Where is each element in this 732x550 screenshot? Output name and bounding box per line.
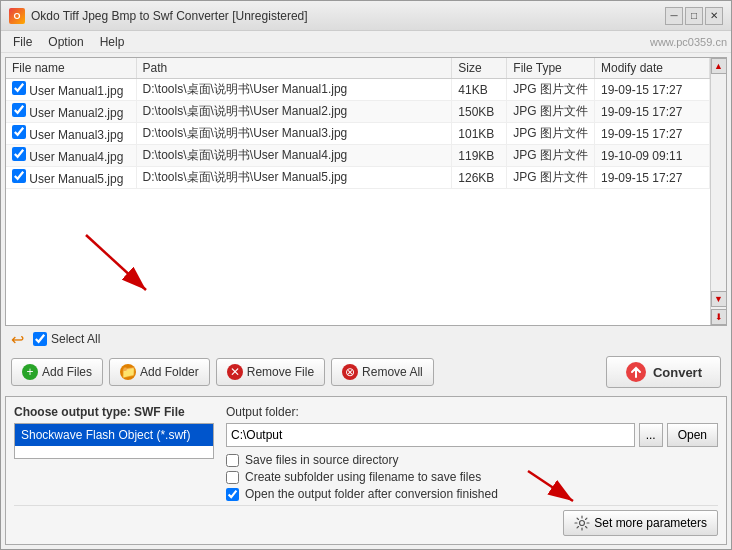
convert-icon xyxy=(625,361,647,383)
bottom-panel-top: Choose output type: SWF File Shockwave F… xyxy=(14,405,718,501)
cell-filetype: JPG 图片文件 xyxy=(507,79,595,101)
cell-modify: 19-09-15 17:27 xyxy=(595,123,710,145)
add-files-icon: + xyxy=(22,364,38,380)
bottom-panel-full: Choose output type: SWF File Shockwave F… xyxy=(14,405,718,536)
maximize-button[interactable]: □ xyxy=(685,7,703,25)
row-checkbox[interactable] xyxy=(12,81,26,95)
cell-modify: 19-09-15 17:27 xyxy=(595,101,710,123)
title-bar-left: O Okdo Tiff Jpeg Bmp to Swf Converter [U… xyxy=(9,8,308,24)
main-window: O Okdo Tiff Jpeg Bmp to Swf Converter [U… xyxy=(0,0,732,550)
set-params-label: Set more parameters xyxy=(594,516,707,530)
table-row: User Manual4.jpg D:\tools\桌面\说明书\User Ma… xyxy=(6,145,710,167)
options-section: Save files in source directory Create su… xyxy=(226,453,718,501)
back-icon: ↩ xyxy=(11,330,29,348)
cell-path: D:\tools\桌面\说明书\User Manual3.jpg xyxy=(136,123,452,145)
option-label-1: Save files in source directory xyxy=(245,453,398,467)
add-folder-icon: 📁 xyxy=(120,364,136,380)
col-header-modify: Modify date xyxy=(595,58,710,79)
table-row: User Manual3.jpg D:\tools\桌面\说明书\User Ma… xyxy=(6,123,710,145)
remove-file-button[interactable]: ✕ Remove File xyxy=(216,358,325,386)
minimize-button[interactable]: ─ xyxy=(665,7,683,25)
bottom-panel-bottom: Set more parameters xyxy=(14,505,718,536)
file-table-container[interactable]: File name Path Size File Type Modify dat… xyxy=(6,58,710,325)
window-title: Okdo Tiff Jpeg Bmp to Swf Converter [Unr… xyxy=(31,9,308,23)
col-header-path: Path xyxy=(136,58,452,79)
cell-filename: User Manual4.jpg xyxy=(6,145,136,167)
cell-path: D:\tools\桌面\说明书\User Manual2.jpg xyxy=(136,101,452,123)
gear-icon xyxy=(574,515,590,531)
option-label-3: Open the output folder after conversion … xyxy=(245,487,498,501)
option-label-2: Create subfolder using filename to save … xyxy=(245,470,481,484)
option-row-3: Open the output folder after conversion … xyxy=(226,487,718,501)
remove-file-icon: ✕ xyxy=(227,364,243,380)
browse-button[interactable]: ... xyxy=(639,423,663,447)
option-checkbox-1[interactable] xyxy=(226,454,239,467)
output-type-section: Choose output type: SWF File Shockwave F… xyxy=(14,405,214,459)
row-checkbox[interactable] xyxy=(12,103,26,117)
option-row-1: Save files in source directory xyxy=(226,453,718,467)
output-folder-input[interactable] xyxy=(226,423,635,447)
select-all-label: Select All xyxy=(51,332,100,346)
scroll-bottom-arrow[interactable]: ⬇ xyxy=(711,309,727,325)
remove-all-icon: ⊗ xyxy=(342,364,358,380)
red-arrow-annotation xyxy=(518,463,588,508)
row-checkbox[interactable] xyxy=(12,169,26,183)
add-folder-button[interactable]: 📁 Add Folder xyxy=(109,358,210,386)
svg-point-5 xyxy=(580,521,585,526)
row-checkbox[interactable] xyxy=(12,147,26,161)
cell-filename: User Manual3.jpg xyxy=(6,123,136,145)
col-header-size: Size xyxy=(452,58,507,79)
cell-modify: 19-09-15 17:27 xyxy=(595,79,710,101)
cell-path: D:\tools\桌面\说明书\User Manual4.jpg xyxy=(136,145,452,167)
watermark: www.pc0359.cn xyxy=(650,36,727,48)
cell-filename: User Manual5.jpg xyxy=(6,167,136,189)
scroll-down-arrow[interactable]: ▼ xyxy=(711,291,727,307)
table-row: User Manual1.jpg D:\tools\桌面\说明书\User Ma… xyxy=(6,79,710,101)
cell-filetype: JPG 图片文件 xyxy=(507,145,595,167)
scrollbar-right: ▲ ▼ ⬇ xyxy=(710,58,726,325)
remove-all-label: Remove All xyxy=(362,365,423,379)
cell-filename: User Manual1.jpg xyxy=(6,79,136,101)
cell-size: 101KB xyxy=(452,123,507,145)
convert-button[interactable]: Convert xyxy=(606,356,721,388)
scroll-up-arrow[interactable]: ▲ xyxy=(711,58,727,74)
cell-size: 126KB xyxy=(452,167,507,189)
add-files-button[interactable]: + Add Files xyxy=(11,358,103,386)
menu-file[interactable]: File xyxy=(5,33,40,51)
remove-all-button[interactable]: ⊗ Remove All xyxy=(331,358,434,386)
set-more-parameters-button[interactable]: Set more parameters xyxy=(563,510,718,536)
cell-path: D:\tools\桌面\说明书\User Manual1.jpg xyxy=(136,79,452,101)
col-header-filetype: File Type xyxy=(507,58,595,79)
title-bar-controls: ─ □ ✕ xyxy=(665,7,723,25)
table-row: User Manual5.jpg D:\tools\桌面\说明书\User Ma… xyxy=(6,167,710,189)
title-bar: O Okdo Tiff Jpeg Bmp to Swf Converter [U… xyxy=(1,1,731,31)
option-row-2: Create subfolder using filename to save … xyxy=(226,470,718,484)
output-type-list: Shockwave Flash Object (*.swf) xyxy=(14,423,214,459)
menu-option[interactable]: Option xyxy=(40,33,91,51)
select-all-row: ↩ Select All xyxy=(5,326,727,352)
cell-filetype: JPG 图片文件 xyxy=(507,167,595,189)
cell-modify: 19-10-09 09:11 xyxy=(595,145,710,167)
menu-help[interactable]: Help xyxy=(92,33,133,51)
output-folder-row: ... Open xyxy=(226,423,718,447)
menu-bar: File Option Help www.pc0359.cn xyxy=(1,31,731,53)
add-files-label: Add Files xyxy=(42,365,92,379)
file-table: File name Path Size File Type Modify dat… xyxy=(6,58,710,189)
cell-size: 119KB xyxy=(452,145,507,167)
option-checkbox-2[interactable] xyxy=(226,471,239,484)
add-folder-label: Add Folder xyxy=(140,365,199,379)
output-type-item[interactable]: Shockwave Flash Object (*.swf) xyxy=(15,424,213,446)
row-checkbox[interactable] xyxy=(12,125,26,139)
cell-path: D:\tools\桌面\说明书\User Manual5.jpg xyxy=(136,167,452,189)
svg-line-4 xyxy=(528,471,573,501)
main-content: File name Path Size File Type Modify dat… xyxy=(1,53,731,549)
cell-filetype: JPG 图片文件 xyxy=(507,123,595,145)
close-button[interactable]: ✕ xyxy=(705,7,723,25)
cell-size: 150KB xyxy=(452,101,507,123)
open-button[interactable]: Open xyxy=(667,423,718,447)
cell-modify: 19-09-15 17:27 xyxy=(595,167,710,189)
option-checkbox-3[interactable] xyxy=(226,488,239,501)
remove-file-label: Remove File xyxy=(247,365,314,379)
select-all-checkbox[interactable] xyxy=(33,332,47,346)
bottom-panel: Choose output type: SWF File Shockwave F… xyxy=(5,396,727,545)
